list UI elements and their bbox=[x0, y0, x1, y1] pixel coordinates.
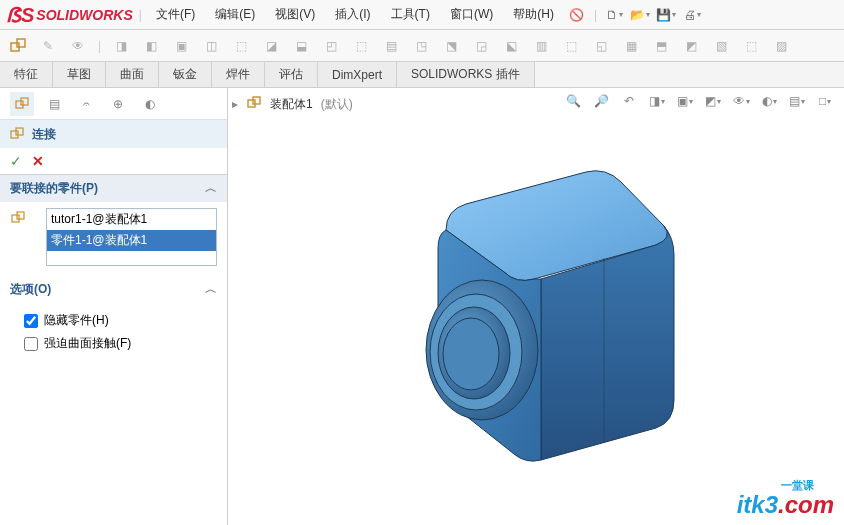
tab-surfaces[interactable]: 曲面 bbox=[106, 62, 159, 87]
tool-icon-12[interactable]: ⬔ bbox=[439, 34, 463, 58]
list-item[interactable]: tutor1-1@装配体1 bbox=[47, 209, 216, 230]
feature-manager: ▤ 𝄐 ⊕ ◐ 连接 ✓ ✕ 要联接的零件(P) ︿ tut bbox=[0, 88, 228, 525]
menu-file[interactable]: 文件(F) bbox=[148, 2, 203, 27]
tool-icon-18[interactable]: ▦ bbox=[619, 34, 643, 58]
svg-point-14 bbox=[443, 318, 499, 390]
tab-dimxpert[interactable]: DimXpert bbox=[318, 62, 397, 87]
sidetab-dim-icon[interactable]: ⊕ bbox=[106, 92, 130, 116]
tool-icon-4[interactable]: ◫ bbox=[199, 34, 223, 58]
list-item-empty[interactable] bbox=[47, 251, 216, 265]
assembly-icon[interactable] bbox=[6, 34, 30, 58]
section-parts-title: 要联接的零件(P) bbox=[10, 180, 98, 197]
tab-evaluate[interactable]: 评估 bbox=[265, 62, 318, 87]
open-icon[interactable]: 📂▾ bbox=[629, 4, 651, 26]
part-label: 零件1-1@装配体1 bbox=[51, 232, 147, 249]
app-logo: ẞS SOLIDWORKS bbox=[6, 3, 133, 27]
hide-show-icon[interactable]: 👁▾ bbox=[730, 90, 752, 112]
tab-addins[interactable]: SOLIDWORKS 插件 bbox=[397, 62, 535, 87]
render-icon[interactable]: □▾ bbox=[814, 90, 836, 112]
tool-icon-2[interactable]: ◧ bbox=[139, 34, 163, 58]
tool-icon-3[interactable]: ▣ bbox=[169, 34, 193, 58]
join-icon bbox=[8, 125, 26, 143]
appearance-icon[interactable]: ◐▾ bbox=[758, 90, 780, 112]
property-actions: ✓ ✕ bbox=[0, 148, 227, 174]
prev-view-icon[interactable]: ↶ bbox=[618, 90, 640, 112]
watermark-2: .com bbox=[778, 491, 834, 518]
edit-icon[interactable]: ✎ bbox=[36, 34, 60, 58]
ok-button[interactable]: ✓ bbox=[10, 153, 22, 169]
command-tabs: 特征 草图 曲面 钣金 焊件 评估 DimXpert SOLIDWORKS 插件 bbox=[0, 62, 844, 88]
menu-view[interactable]: 视图(V) bbox=[267, 2, 323, 27]
hide-checkbox[interactable] bbox=[24, 314, 38, 328]
separator: | bbox=[137, 8, 144, 22]
breadcrumb-root[interactable]: 装配体1 bbox=[270, 96, 313, 113]
tool-icon-19[interactable]: ⬒ bbox=[649, 34, 673, 58]
new-icon[interactable]: 🗋▾ bbox=[603, 4, 625, 26]
tool-icon-20[interactable]: ◩ bbox=[679, 34, 703, 58]
breadcrumb-default: (默认) bbox=[321, 96, 353, 113]
tool-icon-6[interactable]: ◪ bbox=[259, 34, 283, 58]
scene-icon[interactable]: ▤▾ bbox=[786, 90, 808, 112]
section-options-header[interactable]: 选项(O) ︿ bbox=[0, 276, 227, 303]
logo-s-icon: ẞS bbox=[6, 3, 34, 27]
save-icon[interactable]: 💾▾ bbox=[655, 4, 677, 26]
zoom-area-icon[interactable]: 🔎 bbox=[590, 90, 612, 112]
section-options-title: 选项(O) bbox=[10, 281, 51, 298]
tool-icon-14[interactable]: ⬕ bbox=[499, 34, 523, 58]
tool-icon-23[interactable]: ▨ bbox=[769, 34, 793, 58]
section-parts-header[interactable]: 要联接的零件(P) ︿ bbox=[0, 175, 227, 202]
tool-icon-11[interactable]: ◳ bbox=[409, 34, 433, 58]
sidetab-property-icon[interactable]: ▤ bbox=[42, 92, 66, 116]
list-item[interactable]: 零件1-1@装配体1 bbox=[47, 230, 216, 251]
tool-icon-5[interactable]: ⬚ bbox=[229, 34, 253, 58]
surface-checkbox[interactable] bbox=[24, 337, 38, 351]
tool-icon-10[interactable]: ▤ bbox=[379, 34, 403, 58]
tool-icon-7[interactable]: ⬓ bbox=[289, 34, 313, 58]
assembly-icon bbox=[246, 95, 262, 114]
menu-tools[interactable]: 工具(T) bbox=[383, 2, 438, 27]
print-icon[interactable]: 🖨▾ bbox=[681, 4, 703, 26]
display-style-icon[interactable]: ▣▾ bbox=[674, 90, 696, 112]
zoom-fit-icon[interactable]: 🔍 bbox=[562, 90, 584, 112]
tab-weldments[interactable]: 焊件 bbox=[212, 62, 265, 87]
part-label: tutor1-1@装配体1 bbox=[51, 211, 147, 228]
section-view-icon[interactable]: ◨▾ bbox=[646, 90, 668, 112]
part-icon bbox=[10, 210, 26, 226]
menu-insert[interactable]: 插入(I) bbox=[327, 2, 378, 27]
property-header: 连接 bbox=[0, 120, 227, 148]
tool-icon-8[interactable]: ◰ bbox=[319, 34, 343, 58]
section-options: 选项(O) ︿ 隐藏零件(H) 强迫曲面接触(F) bbox=[0, 276, 227, 365]
tool-icon-1[interactable]: ◨ bbox=[109, 34, 133, 58]
menu-bar: ẞS SOLIDWORKS | 文件(F) 编辑(E) 视图(V) 插入(I) … bbox=[0, 0, 844, 30]
sidetab-config-icon[interactable]: 𝄐 bbox=[74, 92, 98, 116]
tool-icon-9[interactable]: ⬚ bbox=[349, 34, 373, 58]
parts-list[interactable]: tutor1-1@装配体1 零件1-1@装配体1 bbox=[46, 208, 217, 266]
chevron-up-icon: ︿ bbox=[205, 281, 217, 298]
tab-sketch[interactable]: 草图 bbox=[53, 62, 106, 87]
menu-edit[interactable]: 编辑(E) bbox=[207, 2, 263, 27]
model-icon bbox=[386, 160, 686, 490]
tool-icon-21[interactable]: ▧ bbox=[709, 34, 733, 58]
tab-sheetmetal[interactable]: 钣金 bbox=[159, 62, 212, 87]
sidetab-feature-icon[interactable] bbox=[10, 92, 34, 116]
orientation-icon[interactable]: ◩▾ bbox=[702, 90, 724, 112]
option-hide[interactable]: 隐藏零件(H) bbox=[10, 309, 217, 332]
tool-icon-15[interactable]: ▥ bbox=[529, 34, 553, 58]
cancel-button[interactable]: ✕ bbox=[32, 153, 44, 169]
menu-help[interactable]: 帮助(H) bbox=[505, 2, 562, 27]
tool-icon-13[interactable]: ◲ bbox=[469, 34, 493, 58]
watermark: itk3.com bbox=[737, 491, 834, 519]
view-icon[interactable]: 👁 bbox=[66, 34, 90, 58]
breadcrumb-back-icon[interactable]: ▸ bbox=[232, 97, 238, 111]
viewport[interactable]: ▸ 装配体1 (默认) 🔍 🔎 ↶ ◨▾ ▣▾ ◩▾ 👁▾ ◐▾ ▤▾ □▾ bbox=[228, 88, 844, 525]
tool-icon-17[interactable]: ◱ bbox=[589, 34, 613, 58]
search-icon[interactable]: 🚫 bbox=[566, 4, 588, 26]
sidetab-appearance-icon[interactable]: ◐ bbox=[138, 92, 162, 116]
option-surface[interactable]: 强迫曲面接触(F) bbox=[10, 332, 217, 355]
tool-icon-16[interactable]: ⬚ bbox=[559, 34, 583, 58]
model-view[interactable] bbox=[228, 124, 844, 525]
tool-icon-22[interactable]: ⬚ bbox=[739, 34, 763, 58]
tab-features[interactable]: 特征 bbox=[0, 62, 53, 87]
menu-window[interactable]: 窗口(W) bbox=[442, 2, 501, 27]
watermark-1: itk3 bbox=[737, 491, 778, 518]
